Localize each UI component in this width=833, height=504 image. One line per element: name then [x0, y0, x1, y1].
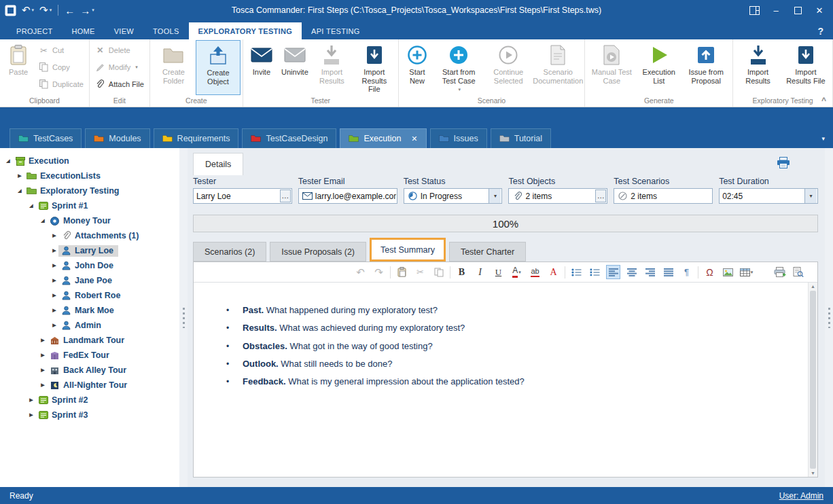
tree-item-executionlists[interactable]: ▶ExecutionLists [0, 168, 179, 183]
collapsed-arrow-icon[interactable]: ▶ [39, 382, 47, 388]
scrollbar-thumb[interactable] [810, 291, 816, 469]
continue-selected-button[interactable]: Continue Selected [484, 40, 533, 95]
collapsed-arrow-icon[interactable]: ▶ [50, 278, 58, 283]
collapsed-arrow-icon[interactable]: ▶ [50, 263, 58, 268]
tree-item-fedex-tour[interactable]: ▶FedEx Tour [0, 348, 179, 363]
symbol-icon[interactable]: Ω [703, 265, 717, 279]
document-tab-testcasedesign[interactable]: TestCaseDesign [242, 128, 336, 148]
splitter-right[interactable] [825, 148, 833, 487]
issue-from-proposal-button[interactable]: Issue from Proposal [681, 40, 730, 95]
test-objects-input[interactable]: 2 items… [508, 188, 607, 204]
back-button[interactable]: ← [63, 2, 77, 18]
invite-button[interactable]: Invite [245, 40, 278, 95]
tree-item-money-tour[interactable]: ◢Money Tour [0, 213, 179, 228]
import-results-file-button[interactable]: Import Results File [781, 40, 830, 95]
ribbon-tab-project[interactable]: PROJECT [7, 22, 62, 39]
start-from-test-case-button[interactable]: Start from Test Case▾ [434, 40, 483, 95]
expanded-arrow-icon[interactable]: ◢ [39, 218, 47, 223]
cut-icon[interactable]: ✂ [413, 265, 427, 279]
collapsed-arrow-icon[interactable]: ▶ [27, 397, 35, 403]
close-button[interactable]: ✕ [809, 1, 830, 20]
justify-icon[interactable] [661, 265, 675, 279]
ribbon-tab-api-testing[interactable]: API TESTING [302, 22, 370, 39]
document-tab-tutorial[interactable]: Tutorial [491, 128, 551, 148]
ribbon-tab-tools[interactable]: TOOLS [143, 22, 189, 39]
test-status-input[interactable]: In Progress▾ [404, 188, 503, 204]
import-results-file-button[interactable]: Import Results File [353, 40, 396, 95]
dropdown-icon[interactable]: ▾ [804, 189, 817, 203]
subtab-tester-charter[interactable]: Tester Charter [449, 242, 526, 262]
subtab-test-summary[interactable]: Test Summary [370, 238, 446, 262]
tree-item-execution[interactable]: ◢Execution [0, 154, 179, 168]
tree-item-mark-moe[interactable]: ▶Mark Moe [0, 303, 179, 318]
ribbon-tab-home[interactable]: HOME [62, 22, 104, 39]
tree-item-all-nighter-tour[interactable]: ▶All-Nighter Tour [0, 378, 179, 393]
minimize-button[interactable]: – [765, 1, 787, 20]
tester-input[interactable]: Larry Loe… [193, 188, 292, 204]
document-tab-issues[interactable]: Issues [430, 128, 487, 148]
bullet-list-icon[interactable] [569, 265, 584, 279]
align-right-icon[interactable] [643, 265, 657, 279]
scenario-documentation-button[interactable]: Scenario Documentation [533, 40, 582, 95]
tree-item-sprint-1[interactable]: ◢Sprint #1 [0, 198, 179, 213]
scroll-down-icon[interactable]: ▼ [811, 471, 815, 475]
import-results-button[interactable]: Import Results [735, 40, 781, 95]
tree-item-larry-loe[interactable]: ▶Larry Loe [0, 243, 179, 258]
uninvite-button[interactable]: Uninvite [279, 40, 311, 95]
expanded-arrow-icon[interactable]: ◢ [4, 158, 12, 164]
copy-icon[interactable] [431, 265, 446, 279]
export-icon[interactable] [773, 265, 787, 279]
cut-button[interactable]: ✂Cut [35, 42, 87, 58]
collapsed-arrow-icon[interactable]: ▶ [50, 308, 58, 313]
tree-item-sprint-3[interactable]: ▶Sprint #3 [0, 408, 179, 422]
attach-file-button[interactable]: Attach File [92, 76, 147, 92]
close-icon[interactable]: ✕ [411, 134, 417, 143]
splitter-left[interactable] [179, 148, 188, 487]
tester-email-input[interactable]: larry.loe@example.com [298, 188, 397, 204]
duplicate-button[interactable]: Duplicate [35, 76, 87, 92]
undo-button[interactable]: ↶▾ [20, 2, 36, 18]
collapsed-arrow-icon[interactable]: ▶ [27, 412, 35, 418]
bold-icon[interactable]: B [455, 265, 469, 279]
font-icon[interactable]: A [546, 265, 561, 279]
scroll-up-icon[interactable]: ▲ [811, 284, 815, 289]
expanded-arrow-icon[interactable]: ◢ [16, 188, 24, 194]
start-new-button[interactable]: Start New [401, 40, 433, 95]
collapse-ribbon-icon[interactable]: ^ [821, 96, 826, 105]
underline-icon[interactable]: U [491, 265, 506, 279]
tree-item-robert-roe[interactable]: ▶Robert Roe [0, 288, 179, 303]
subtab-issue-proposals-2[interactable]: Issue Proposals (2) [270, 242, 366, 262]
delete-button[interactable]: ✕Delete [92, 42, 147, 58]
numbered-list-icon[interactable] [588, 265, 602, 279]
tab-details[interactable]: Details [193, 153, 243, 175]
spellcheck-icon[interactable]: ab [528, 265, 542, 279]
preview-icon[interactable] [791, 265, 805, 279]
user-link[interactable]: User: Admin [779, 491, 823, 501]
align-center-icon[interactable] [624, 265, 639, 279]
tree-item-landmark-tour[interactable]: ▶Landmark Tour [0, 333, 179, 348]
tree-item-jane-poe[interactable]: ▶Jane Poe [0, 273, 179, 288]
align-left-icon[interactable] [606, 265, 620, 279]
collapsed-arrow-icon[interactable]: ▶ [39, 353, 47, 358]
document-tab-modules[interactable]: Modules [85, 128, 149, 148]
help-icon[interactable]: ? [817, 26, 823, 39]
test-duration-input[interactable]: 02:45▾ [719, 188, 818, 204]
document-tab-execution[interactable]: Execution✕ [340, 128, 426, 148]
collapsed-arrow-icon[interactable]: ▶ [50, 233, 58, 238]
execution-list-button[interactable]: Execution List [637, 40, 681, 95]
ribbon-tab-view[interactable]: VIEW [105, 22, 143, 39]
copy-button[interactable]: Copy [35, 59, 87, 75]
redo-button[interactable]: ↷▾ [37, 2, 54, 18]
manual-test-case-button[interactable]: Manual Test Case [587, 40, 636, 95]
collapsed-arrow-icon[interactable]: ▶ [39, 367, 47, 373]
expanded-arrow-icon[interactable]: ◢ [27, 203, 35, 209]
ribbon-tab-exploratory-testing[interactable]: EXPLORATORY TESTING [189, 22, 302, 39]
image-icon[interactable] [721, 265, 735, 279]
print-icon[interactable] [776, 156, 791, 168]
collapsed-arrow-icon[interactable]: ▶ [16, 173, 24, 179]
collapsed-arrow-icon[interactable]: ▶ [50, 293, 58, 298]
tree-item-back-alley-tour[interactable]: ▶Back Alley Tour [0, 363, 179, 378]
document-tab-requirements[interactable]: Requirements [154, 128, 239, 148]
editor-body[interactable]: •Past. What happened during my explorato… [194, 283, 817, 477]
collapsed-arrow-icon[interactable]: ▶ [39, 338, 47, 343]
